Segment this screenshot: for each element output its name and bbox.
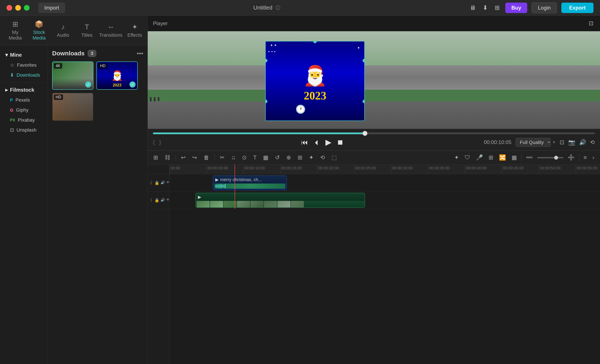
sidebar-item-pexels[interactable]: P Pexels: [2, 95, 45, 105]
minimize-button[interactable]: [15, 5, 21, 11]
tl-list-button[interactable]: ≡: [582, 153, 588, 162]
track-labels: 2 🔒 🔊 👁 1 🔒 🔊 👁: [148, 165, 169, 364]
tl-crop-button[interactable]: ▦: [262, 153, 270, 162]
favorites-label: Favorites: [17, 62, 37, 68]
tl-text-button[interactable]: T: [252, 153, 258, 162]
zoom-slider[interactable]: [537, 157, 563, 158]
tab-transitions[interactable]: ↔ Transitions: [100, 21, 122, 40]
tl-undo2-button[interactable]: ⟲: [319, 153, 326, 162]
traffic-lights: [7, 5, 29, 11]
tl-redo-button[interactable]: ↪: [191, 153, 198, 162]
ruler-mark-7: 00:00:35:00: [428, 165, 465, 174]
filmstock-collapse-icon: ▸: [5, 87, 8, 93]
media-thumb-1[interactable]: 4K ✓: [52, 61, 94, 90]
tl-zoom-in-button[interactable]: ➕: [566, 153, 576, 162]
sidebar-item-unsplash[interactable]: ⊡ Unsplash: [2, 125, 45, 135]
export-button[interactable]: Export: [561, 3, 593, 13]
progress-bar[interactable]: [153, 132, 595, 134]
buy-button[interactable]: Buy: [505, 3, 527, 13]
tl-link-button[interactable]: ⛓: [163, 153, 172, 162]
tl-waveform-button[interactable]: ⬚: [330, 153, 338, 162]
track-2-icons: 🔒 🔊 👁: [154, 180, 170, 185]
clock-icon: 🕐: [295, 104, 306, 114]
video-clip[interactable]: ▶ merry christmas, ch...: [213, 176, 287, 190]
media-thumb-2[interactable]: 🎅 2023 HD ✓: [96, 61, 138, 90]
monitor-icon[interactable]: 🖥: [468, 3, 477, 13]
track-2-volume-icon[interactable]: 🔊: [160, 180, 165, 185]
rewind-button[interactable]: ⏮: [301, 138, 308, 146]
nav-tabs: ⊞ My Media 📦 Stock Media ♪ Audio T Title…: [0, 16, 148, 45]
tl-mic-button[interactable]: 🎤: [475, 153, 484, 162]
tl-brightness-button[interactable]: ✦: [453, 153, 460, 162]
sidebar-item-giphy[interactable]: G Giphy: [2, 105, 45, 115]
tl-shuffle-button[interactable]: 🔀: [498, 153, 507, 162]
screenshot-button[interactable]: 📷: [568, 139, 575, 146]
player-expand-icon[interactable]: ⊡: [587, 19, 595, 28]
waveform-bars: [215, 184, 285, 189]
tl-cut-button[interactable]: ✂: [218, 153, 226, 162]
zoom-handle[interactable]: [554, 156, 558, 160]
step-back-button[interactable]: ⏴: [313, 138, 320, 146]
settings-button[interactable]: ⟲: [590, 139, 595, 146]
tl-effects-button[interactable]: ✦: [308, 153, 315, 162]
play-button[interactable]: ▶: [325, 138, 331, 147]
main-clip[interactable]: ▶: [196, 193, 365, 208]
tl-grid-button[interactable]: ⊞: [296, 153, 304, 162]
bracket-right: }: [159, 139, 161, 146]
sidebar-item-favorites[interactable]: ☆ Favorites: [2, 60, 45, 70]
tl-audio-button[interactable]: ♫: [230, 153, 237, 162]
timeline-ruler[interactable]: 00:00 00:00:05:00 00:00:10:00 00:00:15:0…: [169, 165, 600, 174]
control-icons: ⊡ 📷 🔊 ⟲: [560, 139, 595, 146]
santa-clip-overlay[interactable]: ✦ ✦ ✦ ✦ ✦ ✦ 🎅 2023 🕐: [265, 41, 365, 121]
more-options-button[interactable]: •••: [137, 50, 143, 57]
tl-layout-button[interactable]: ⊞: [152, 153, 159, 162]
tl-shield-button[interactable]: 🛡: [463, 153, 472, 162]
tab-stock-media[interactable]: 📦 Stock Media: [28, 18, 50, 43]
player-viewport: ✦ ✦ ✦ ✦ ✦ ✦ 🎅 2023 🕐: [148, 31, 600, 129]
track-2-eye-icon[interactable]: 👁: [166, 180, 170, 185]
ruler-mark-5: 00:00:25:00: [354, 165, 391, 174]
track-1-eye-icon[interactable]: 👁: [166, 198, 170, 203]
ruler-mark-4: 00:00:20:00: [317, 165, 354, 174]
quality-chevron: ▾: [553, 140, 555, 145]
stop-button[interactable]: ⏹: [337, 138, 344, 146]
tl-zoom-out-button[interactable]: ➖: [525, 153, 534, 162]
ruler-mark-1: 00:00:05:00: [206, 165, 243, 174]
media-thumb-3[interactable]: HD: [52, 93, 94, 121]
volume-button[interactable]: 🔊: [579, 139, 586, 146]
track-1-lock-icon[interactable]: 🔒: [154, 198, 159, 203]
sidebar: ▾ Mine ☆ Favorites ⬇ Downloads ▸ Filmsto…: [0, 45, 48, 364]
login-button[interactable]: Login: [532, 2, 557, 13]
tl-layout2-button[interactable]: ▦: [510, 153, 518, 162]
tl-undo-button[interactable]: ↩: [180, 153, 187, 162]
download-icon[interactable]: ⬇: [481, 3, 489, 13]
tab-my-media[interactable]: ⊞ My Media: [4, 18, 26, 43]
grid-icon[interactable]: ⊞: [493, 3, 501, 13]
clip-main-header: ▶: [196, 193, 365, 201]
close-button[interactable]: [7, 5, 12, 11]
tab-effects[interactable]: ✦ Effects: [124, 21, 146, 40]
quality-select[interactable]: Full Quality: [516, 138, 551, 147]
sidebar-item-pixabay[interactable]: PX Pixabay: [2, 115, 45, 125]
tab-audio[interactable]: ♪ Audio: [52, 21, 74, 40]
tl-delete-button[interactable]: 🗑: [202, 153, 210, 162]
track-1-volume-icon[interactable]: 🔊: [160, 198, 165, 203]
tab-titles[interactable]: T Titles: [76, 21, 98, 40]
track-2-lock-icon[interactable]: 🔒: [154, 180, 159, 185]
tl-rotate-button[interactable]: ↺: [274, 153, 281, 162]
info-icon[interactable]: ⓘ: [275, 5, 280, 11]
sidebar-section-mine[interactable]: ▾ Mine: [2, 50, 45, 60]
sidebar-item-downloads[interactable]: ⬇ Downloads: [2, 70, 45, 80]
maximize-button[interactable]: [24, 5, 29, 11]
audio-icon: ♪: [61, 23, 65, 31]
timeline-track-1: ▶: [169, 192, 600, 209]
progress-handle[interactable]: [363, 131, 367, 136]
tl-add-button[interactable]: ⊕: [285, 153, 292, 162]
sidebar-section-filmstock[interactable]: ▸ Filmstock: [2, 85, 45, 95]
tl-more-button[interactable]: ›: [591, 153, 596, 162]
tl-deselect-button[interactable]: ⊙: [241, 153, 248, 162]
tl-table-button[interactable]: ⊞: [487, 153, 495, 162]
import-button[interactable]: Import: [38, 3, 65, 13]
effects-icon: ✦: [132, 23, 138, 31]
fullscreen-button[interactable]: ⊡: [560, 139, 564, 146]
